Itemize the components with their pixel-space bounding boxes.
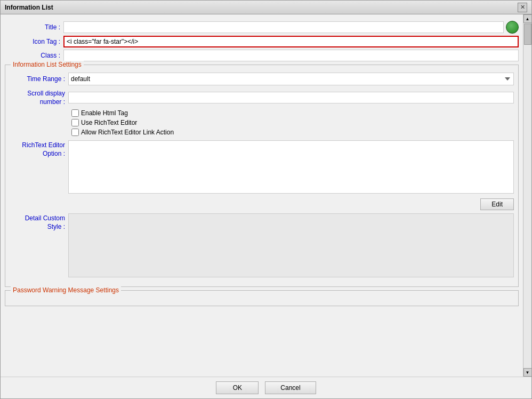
class-row: Class : (1, 50, 523, 61)
dialog-title: Information List (5, 4, 53, 11)
detail-custom-style-row: Detail Custom Style : (10, 213, 514, 279)
use-richtext-checkbox-label[interactable]: Use RichText Editor (71, 119, 137, 126)
ok-button[interactable]: OK (216, 381, 259, 394)
main-area: Title : Icon Tag : Class : Information L… (1, 14, 523, 377)
icon-tag-row: Icon Tag : (1, 36, 523, 47)
scrollbar-thumb[interactable] (524, 23, 531, 45)
allow-richtext-checkbox[interactable] (71, 129, 79, 136)
time-range-label: Time Range : (10, 75, 68, 83)
time-range-field: default (68, 73, 514, 85)
richtext-editor-option-textarea[interactable] (68, 140, 514, 194)
richtext-editor-option-row: RichText Editor Option : (10, 140, 514, 195)
scroll-display-row: Scroll display number : (10, 89, 514, 106)
scroll-up-button[interactable]: ▲ (523, 14, 532, 23)
title-label: Title : (5, 23, 63, 31)
use-richtext-label: Use RichText Editor (81, 119, 137, 126)
icon-tag-input[interactable] (63, 36, 519, 47)
use-richtext-checkbox[interactable] (71, 119, 79, 126)
enable-html-tag-row: Enable Html Tag (10, 109, 514, 117)
scroll-display-input[interactable] (68, 92, 514, 103)
close-button[interactable]: ✕ (518, 3, 527, 12)
info-list-settings-section: Information List Settings Time Range : d… (5, 65, 519, 287)
allow-richtext-checkbox-label[interactable]: Allow RichText Editor Link Action (71, 129, 174, 136)
time-range-select[interactable]: default (68, 73, 514, 85)
scroll-display-field (68, 92, 514, 103)
enable-html-tag-checkbox-label[interactable]: Enable Html Tag (71, 109, 128, 117)
info-list-settings-label: Information List Settings (11, 61, 84, 68)
cancel-button[interactable]: Cancel (265, 381, 316, 394)
edit-button[interactable]: Edit (480, 198, 514, 210)
detail-custom-style-field (68, 213, 514, 279)
title-input[interactable] (63, 21, 504, 33)
scrollbar-track[interactable] (523, 23, 531, 368)
globe-icon[interactable] (506, 21, 519, 34)
title-bar: Information List ✕ (1, 1, 531, 14)
scroll-display-label: Scroll display number : (10, 89, 68, 106)
title-row: Title : (1, 21, 523, 34)
edit-btn-row: Edit (10, 198, 514, 210)
allow-richtext-row: Allow RichText Editor Link Action (10, 129, 514, 136)
scrollbar: ▲ ▼ (523, 14, 531, 377)
detail-custom-style-label: Detail Custom Style : (10, 213, 68, 231)
information-list-dialog: Information List ✕ Title : Icon Tag : Cl… (0, 0, 532, 399)
use-richtext-row: Use RichText Editor (10, 119, 514, 126)
class-input[interactable] (63, 50, 519, 61)
icon-tag-label: Icon Tag : (5, 38, 63, 45)
password-section-label: Password Warning Message Settings (11, 286, 121, 294)
dialog-footer: OK Cancel (1, 377, 531, 398)
time-range-row: Time Range : default (10, 73, 514, 85)
richtext-editor-option-field (68, 140, 514, 195)
enable-html-tag-label: Enable Html Tag (81, 109, 128, 117)
detail-custom-style-textarea[interactable] (68, 213, 514, 277)
scroll-down-button[interactable]: ▼ (523, 368, 532, 377)
allow-richtext-label: Allow RichText Editor Link Action (81, 129, 174, 136)
password-section: Password Warning Message Settings (5, 290, 519, 306)
dialog-content: Title : Icon Tag : Class : Information L… (1, 14, 531, 377)
class-label: Class : (5, 52, 63, 59)
enable-html-tag-checkbox[interactable] (71, 109, 79, 117)
richtext-editor-option-label: RichText Editor Option : (10, 140, 68, 158)
